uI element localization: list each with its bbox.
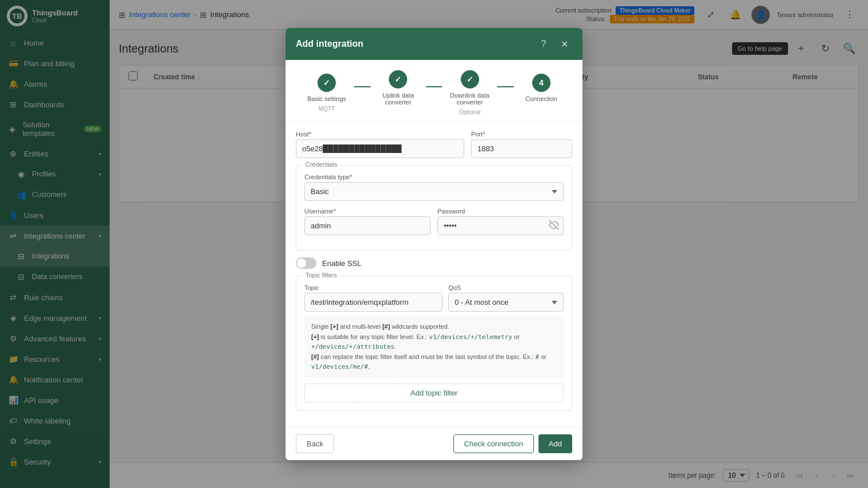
username-input[interactable] <box>304 216 431 235</box>
step-4-circle: 4 <box>532 74 550 92</box>
port-group: Port* <box>471 131 572 158</box>
step-2-circle: ✓ <box>389 70 407 88</box>
qos-select[interactable]: 0 - At most once 1 - At least once 2 - E… <box>448 293 564 312</box>
qos-label: QoS <box>448 284 564 291</box>
wildcards-line-2: [+] is suitable for any topic filter lev… <box>311 332 557 352</box>
step-2: ✓ Uplink data converter <box>371 70 425 115</box>
step-1-circle: ✓ <box>318 74 336 92</box>
wildcards-line-3: [#] can replace the topic filter itself … <box>311 352 557 372</box>
host-label: Host* <box>296 131 464 138</box>
password-label: Password <box>437 208 564 215</box>
back-button[interactable]: Back <box>296 434 334 453</box>
step-connector-3 <box>497 86 514 87</box>
dialog-body: Host* Port* Credentials Credentials type… <box>286 122 582 427</box>
topic-row: Topic QoS 0 - At most once 1 - At least … <box>304 284 564 312</box>
step-3: ✓ Downlink data converter Optional <box>442 70 497 115</box>
step-3-circle: ✓ <box>461 70 479 88</box>
step-2-sublabel <box>397 109 399 115</box>
topic-group: Topic <box>304 284 443 312</box>
wildcards-info: Single [+] and multi-level [#] wildcards… <box>304 316 564 378</box>
wildcards-line-1: Single [+] and multi-level [#] wildcards… <box>311 322 557 332</box>
check-connection-button[interactable]: Check connection <box>453 434 534 453</box>
steps-bar: ✓ Basic settings MQTT ✓ Uplink data conv… <box>286 60 582 122</box>
dialog-overlay: Add integration ? ✕ ✓ Basic settings MQT… <box>0 0 868 488</box>
step-connector-1 <box>354 86 371 87</box>
host-port-row: Host* Port* <box>296 131 572 158</box>
step-2-label: Uplink data converter <box>371 92 425 106</box>
password-group: Password <box>437 208 564 235</box>
step-1: ✓ Basic settings MQTT <box>299 74 354 112</box>
step-1-sublabel: MQTT <box>319 106 335 112</box>
password-input[interactable] <box>437 216 564 235</box>
username-label: Username* <box>304 208 431 215</box>
credentials-type-select[interactable]: Basic <box>304 182 564 201</box>
cred-type-label: Credentials type* <box>304 174 564 180</box>
add-button[interactable]: Add <box>539 434 572 453</box>
username-password-row: Username* Password <box>304 208 564 235</box>
step-connector-2 <box>426 86 443 87</box>
username-group: Username* <box>304 208 431 235</box>
topic-label: Topic <box>304 284 443 291</box>
ssl-toggle[interactable] <box>296 257 316 269</box>
topic-filters-title: Topic filters <box>302 272 340 279</box>
add-topic-filter-btn[interactable]: Add topic filter <box>304 384 564 402</box>
dialog-header-buttons: ? ✕ <box>536 36 572 52</box>
step-4-label: Connection <box>525 95 557 102</box>
qos-group: QoS 0 - At most once 1 - At least once 2… <box>448 284 564 312</box>
port-input[interactable] <box>471 139 572 158</box>
footer-right-buttons: Check connection Add <box>453 434 572 453</box>
credentials-title: Credentials <box>302 161 341 168</box>
step-1-label: Basic settings <box>307 95 346 102</box>
credentials-section: Credentials Credentials type* Basic User… <box>296 165 572 251</box>
step-4-sublabel <box>540 106 542 112</box>
step-3-sublabel: Optional <box>459 109 480 115</box>
host-input[interactable] <box>296 139 464 158</box>
ssl-row: Enable SSL <box>296 257 572 269</box>
ssl-label: Enable SSL <box>322 259 361 268</box>
password-toggle-icon[interactable] <box>549 220 559 232</box>
password-wrapper <box>437 216 564 235</box>
dialog-help-btn[interactable]: ? <box>536 36 552 52</box>
step-4: 4 Connection <box>514 74 569 112</box>
topic-filters-section: Topic filters Topic QoS 0 - At most once… <box>296 276 572 411</box>
dialog-title: Add integration <box>296 39 363 49</box>
host-group: Host* <box>296 131 464 158</box>
topic-input[interactable] <box>304 293 443 312</box>
cred-type-group: Credentials type* Basic <box>304 174 564 201</box>
port-label: Port* <box>471 131 572 138</box>
add-integration-dialog: Add integration ? ✕ ✓ Basic settings MQT… <box>286 28 582 460</box>
dialog-footer: Back Check connection Add <box>286 427 582 460</box>
dialog-header: Add integration ? ✕ <box>286 28 582 60</box>
step-3-label: Downlink data converter <box>442 92 497 106</box>
dialog-close-btn[interactable]: ✕ <box>556 36 572 52</box>
